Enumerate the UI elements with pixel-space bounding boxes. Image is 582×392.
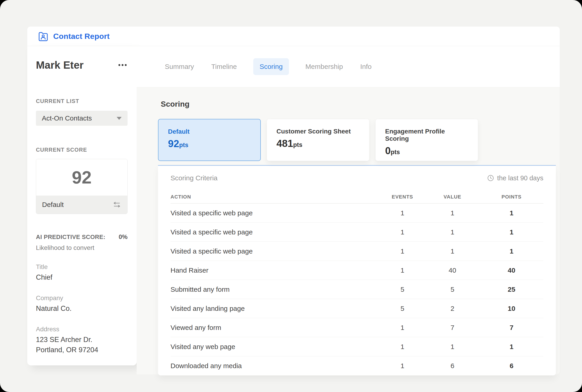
table-row: Hand Raiser 1 40 40 bbox=[170, 261, 543, 280]
contact-name: Mark Eter bbox=[36, 59, 84, 71]
score-card-customer-scoring-sheet[interactable]: Customer Scoring Sheet 481pts bbox=[267, 119, 369, 161]
criteria-table-header: ACTION EVENTS VALUE POINTS bbox=[170, 190, 543, 204]
more-options-button[interactable] bbox=[117, 62, 127, 68]
contact-field-title: Title Chief bbox=[36, 263, 127, 283]
current-list-value: Act-On Contacts bbox=[42, 114, 92, 122]
score-card-points: 481 bbox=[276, 138, 293, 149]
column-action: ACTION bbox=[170, 194, 380, 200]
contact-field-company: Company Natural Co. bbox=[36, 294, 127, 314]
score-card-suffix: pts bbox=[179, 142, 188, 148]
ai-predictive-score-label: AI PREDICTIVE SCORE: bbox=[36, 234, 105, 240]
table-row: Visited any web page 1 1 1 bbox=[170, 337, 543, 356]
page-title: Contact Report bbox=[53, 32, 110, 41]
column-events: EVENTS bbox=[380, 194, 425, 200]
current-score-value: 92 bbox=[36, 159, 127, 196]
table-row: Visited any landing page 5 2 10 bbox=[170, 299, 543, 318]
column-points: POINTS bbox=[480, 194, 543, 200]
table-row: Submitted any form 5 5 25 bbox=[170, 280, 543, 299]
current-list-label: CURRENT LIST bbox=[36, 98, 127, 104]
score-card-engagement-profile[interactable]: Engagement Profile Scoring 0pts bbox=[375, 119, 478, 161]
contact-report-icon bbox=[38, 32, 49, 42]
scoring-content: Scoring Default 92pts Customer Scoring S… bbox=[137, 87, 560, 374]
score-card-points: 92 bbox=[168, 138, 179, 149]
score-card-suffix: pts bbox=[293, 142, 302, 148]
ai-predictive-score-value: 0% bbox=[119, 234, 127, 240]
field-label: Title bbox=[36, 263, 127, 270]
criteria-title: Scoring Criteria bbox=[170, 174, 218, 182]
chevron-down-icon bbox=[117, 117, 122, 120]
field-value: 123 SE Archer Dr. Portland, OR 97204 bbox=[36, 335, 127, 355]
score-card-default[interactable]: Default 92pts bbox=[158, 119, 261, 161]
score-sheet-cards: Default 92pts Customer Scoring Sheet 481… bbox=[158, 119, 560, 161]
clock-icon bbox=[487, 175, 494, 182]
tab-scoring[interactable]: Scoring bbox=[253, 58, 289, 75]
scoring-section-title: Scoring bbox=[161, 100, 560, 108]
tab-summary[interactable]: Summary bbox=[164, 58, 195, 75]
table-row: Visited a specific web page 1 1 1 bbox=[170, 242, 543, 261]
scoring-criteria-panel: Scoring Criteria the last 90 days ACTION… bbox=[158, 165, 556, 376]
current-score-sheet-name: Default bbox=[42, 201, 64, 208]
contact-tabbar: Summary Timeline Scoring Membership Info bbox=[137, 46, 560, 87]
score-card-points: 0 bbox=[385, 145, 391, 156]
score-card-suffix: pts bbox=[391, 149, 400, 156]
score-card-name: Engagement Profile Scoring bbox=[385, 128, 468, 142]
address-line-1: 123 SE Archer Dr. bbox=[36, 335, 127, 345]
criteria-period-label: the last 90 days bbox=[497, 174, 543, 182]
screen-canvas: Contact Report Mark Eter CURRENT LIST Ac… bbox=[0, 0, 582, 392]
contact-sidebar: Mark Eter CURRENT LIST Act-On Contacts C… bbox=[27, 46, 137, 366]
tab-membership[interactable]: Membership bbox=[304, 58, 344, 75]
current-score-label: CURRENT SCORE bbox=[36, 147, 127, 153]
table-row: Downloaded any media 1 6 6 bbox=[170, 356, 543, 376]
field-label: Company bbox=[36, 294, 127, 302]
table-row: Viewed any form 1 7 7 bbox=[170, 318, 543, 337]
current-list-dropdown[interactable]: Act-On Contacts bbox=[36, 111, 127, 126]
tab-timeline[interactable]: Timeline bbox=[210, 58, 238, 75]
contact-field-address: Address 123 SE Archer Dr. Portland, OR 9… bbox=[36, 326, 127, 355]
ai-predictive-score-description: Likelihood to convert bbox=[36, 244, 127, 252]
tab-info[interactable]: Info bbox=[359, 58, 372, 75]
field-value: Natural Co. bbox=[36, 304, 127, 314]
table-row: Visited a specific web page 1 1 1 bbox=[170, 222, 543, 242]
table-row: Visited a specific web page 1 1 1 bbox=[170, 204, 543, 222]
column-value: VALUE bbox=[425, 194, 480, 200]
criteria-period-selector[interactable]: the last 90 days bbox=[487, 174, 543, 182]
current-score-card: 92 Default bbox=[36, 159, 127, 214]
address-line-2: Portland, OR 97204 bbox=[36, 345, 127, 355]
app-header: Contact Report bbox=[27, 26, 560, 46]
score-card-name: Customer Scoring Sheet bbox=[276, 128, 360, 135]
swap-score-sheet-icon[interactable] bbox=[112, 202, 121, 208]
field-label: Address bbox=[36, 326, 127, 333]
score-card-name: Default bbox=[168, 128, 251, 135]
field-value: Chief bbox=[36, 272, 127, 283]
